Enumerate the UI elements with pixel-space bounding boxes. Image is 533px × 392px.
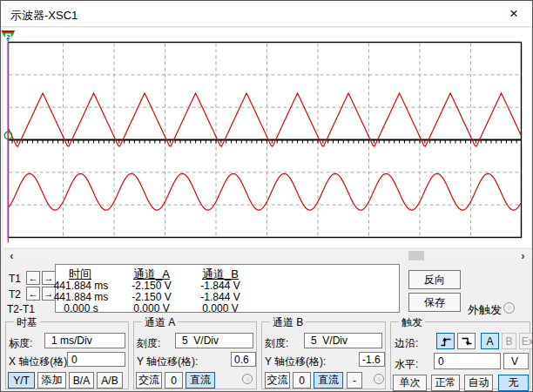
arrow-right-icon: → — [44, 288, 54, 299]
t1-left-button[interactable]: ← — [26, 271, 40, 285]
t1-time: 441.884 ms — [54, 280, 109, 292]
t2-time: 441.884 ms — [54, 291, 109, 303]
channel-b-indicator[interactable] — [374, 374, 384, 384]
trigger-source-a-button[interactable]: A — [481, 333, 499, 349]
trigger-source-b-button[interactable]: B — [502, 333, 516, 349]
channel-a-ypos-input[interactable]: 0.6 — [231, 352, 256, 367]
channel-a-scale-label: 刻度: — [137, 336, 160, 351]
close-icon: × — [509, 5, 518, 23]
trigger-normal-button[interactable]: 正常 — [431, 375, 460, 391]
t1-channel-b: -1.844 V — [200, 280, 240, 292]
timebase-title: 时基 — [14, 315, 40, 330]
x-position-label: X 轴位移(格): — [9, 355, 71, 369]
trigger-title: 触发 — [399, 315, 425, 330]
timebase-scale-label: 标度: — [9, 336, 32, 351]
oscilloscope-window: 示波器-XSC1 × 2 ‹ › T1 ← → T2 ← → T2-T1 时间 … — [0, 0, 533, 392]
t2-t1-label: T2-T1 — [7, 303, 35, 315]
arrow-left-icon: ← — [29, 288, 38, 299]
ext-trigger-label: 外触发 — [468, 302, 502, 318]
t2-channel-b: -1.844 V — [200, 291, 240, 303]
close-button[interactable]: × — [503, 3, 525, 24]
channel-a-zero-button[interactable]: 0 — [165, 372, 183, 389]
ext-trigger-indicator[interactable] — [503, 302, 515, 314]
ba-mode-button[interactable]: B/A — [69, 372, 94, 389]
channel-b-ypos-label: Y 轴位移(格): — [265, 355, 326, 369]
chevron-right-icon: › — [521, 249, 524, 262]
yt-mode-button[interactable]: Y/T — [8, 372, 35, 389]
channel-b-zero-button[interactable]: 0 — [293, 372, 311, 389]
scroll-left-button[interactable]: ‹ — [5, 249, 18, 262]
trigger-none-button[interactable]: 无 — [498, 375, 529, 391]
arrow-left-icon: ← — [29, 273, 38, 283]
horizontal-scrollbar[interactable]: ‹ › — [3, 248, 531, 261]
t1-channel-a: -2.150 V — [132, 280, 171, 292]
chevron-left-icon: ‹ — [10, 249, 13, 262]
ab-mode-button[interactable]: A/B — [97, 372, 123, 389]
t1-label: T1 — [9, 273, 21, 285]
channel-a-title: 通道 A — [142, 315, 178, 330]
falling-edge-button[interactable] — [457, 333, 476, 349]
channel-a-ac-button[interactable]: 交流 — [136, 372, 162, 389]
rising-edge-icon — [440, 335, 452, 348]
x-position-input[interactable]: 0 — [67, 352, 125, 367]
add-mode-button[interactable]: 添加 — [37, 372, 66, 389]
save-button[interactable]: 保存 — [408, 293, 461, 312]
trigger-single-button[interactable]: 单次 — [393, 375, 427, 391]
channel-a-scale-input[interactable]: 5 V/Div — [175, 333, 253, 348]
window-title: 示波器-XSC1 — [10, 8, 78, 24]
reverse-button[interactable]: 反向 — [408, 270, 461, 289]
channel-b-ac-button[interactable]: 交流 — [265, 372, 290, 389]
dt-channel-a: 0.000 V — [133, 302, 169, 314]
title-bar: 示波器-XSC1 × — [1, 1, 532, 27]
channel-b-scale-input[interactable]: 5 V/Div — [304, 333, 382, 348]
rising-edge-button[interactable] — [436, 333, 455, 349]
t2-channel-a: -2.150 V — [132, 291, 171, 303]
channel-b-dc-button[interactable]: 直流 — [314, 372, 343, 389]
channel-b-ypos-input[interactable]: -1.6 — [359, 352, 385, 367]
channel-a-ypos-label: Y 轴位移(格): — [137, 355, 198, 369]
trigger-auto-button[interactable]: 自动 — [464, 375, 493, 391]
channel-b-invert-button[interactable]: - — [347, 372, 362, 389]
channel-b-title: 通道 B — [270, 315, 306, 330]
measurement-readout: 时间 通道_A 通道_B 441.884 ms -2.150 V -1.844 … — [55, 264, 400, 313]
channel-b-scale-label: 刻度: — [265, 336, 288, 351]
scroll-right-button[interactable]: › — [516, 249, 530, 262]
t2-left-button[interactable]: ← — [26, 287, 40, 301]
scroll-thumb[interactable] — [408, 251, 424, 260]
t2-label: T2 — [9, 288, 21, 301]
trigger-edge-label: 边沿: — [395, 336, 418, 351]
channel-a-indicator[interactable] — [242, 374, 253, 384]
falling-edge-icon — [461, 335, 473, 348]
trigger-source-ext-button[interactable]: Ext — [519, 333, 533, 349]
timebase-scale-input[interactable]: 1 ms/Div — [44, 333, 125, 348]
channel-a-dc-button[interactable]: 直流 — [186, 372, 215, 389]
trigger-level-input[interactable]: 0 — [434, 353, 501, 369]
scope-display-panel[interactable] — [3, 28, 531, 247]
arrow-right-icon: → — [44, 273, 54, 283]
trigger-level-label: 水平: — [395, 357, 418, 372]
dt-channel-b: 0.000 V — [202, 302, 238, 314]
trigger-level-unit-select[interactable]: V — [503, 353, 529, 369]
dt-time: 0.000 s — [64, 302, 98, 314]
